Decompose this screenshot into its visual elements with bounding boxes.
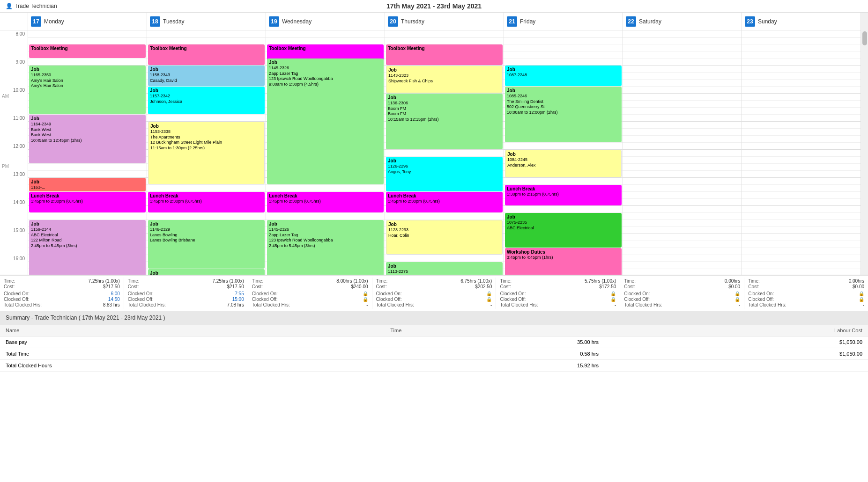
event-subtitle: 1113-2275	[388, 269, 501, 275]
calendar-event[interactable]: Job1113-2275ABC HVAC141 Richmond Road Ca…	[386, 262, 503, 275]
time-label	[0, 206, 28, 213]
day-header-wednesday: 19Wednesday	[266, 13, 385, 30]
col-time: Time	[385, 325, 604, 336]
calendar-event[interactable]: Job1126-2296Angus, Tony	[386, 157, 503, 191]
calendar-event[interactable]: Job1123-2293Hoar, Colin	[386, 220, 503, 255]
time-label: 16:00	[0, 255, 28, 262]
grid-row	[742, 241, 861, 248]
grid-row	[385, 213, 504, 220]
event-subtitle: 1153-2338	[150, 129, 262, 135]
calendar-event[interactable]: Lunch Break1:45pm to 2:30pm (0.75hrs)	[386, 192, 503, 212]
calendar-event[interactable]: Job1145-2326Zapp Lazer Tag123 Ipswich Ro…	[267, 58, 384, 184]
summary-time: 15.92 hrs	[385, 360, 604, 372]
total-clocked: Total Clocked Hrs: -	[500, 302, 616, 307]
cost-value: $172.50	[599, 284, 616, 289]
stats-cost: Cost: $172.50	[500, 284, 616, 289]
day-grid	[623, 30, 742, 275]
calendar-event[interactable]: Lunch Break1:30pm to 2:15pm (0.75hrs)	[505, 185, 622, 205]
grid-row	[623, 66, 742, 73]
time-label	[0, 213, 28, 220]
event-subtitle: Amy's Hair Salon	[31, 78, 144, 84]
stats-cost: Cost: $240.00	[252, 284, 368, 289]
calendar-event[interactable]: Job1158-2343Casady, David	[148, 66, 265, 86]
stats-col-6: Time: 0.00hrs Cost: $0.00 Clocked On: 🔒 …	[744, 278, 868, 309]
grid-row	[266, 37, 385, 44]
time-label: 15:00	[0, 227, 28, 234]
clocked-off-value: 🔒	[486, 297, 492, 302]
calendar-event[interactable]: Workshop Duties3:45pm to 4:45pm (1hrs)	[505, 248, 622, 275]
calendar-event[interactable]: Job1085-2246The Smiling Dentist502 Queen…	[505, 87, 622, 142]
calendar-event[interactable]: Job1159-2344ABC Electrical122 Milton Roa…	[29, 220, 146, 275]
time-label	[0, 66, 28, 73]
grid-row	[742, 157, 861, 164]
total-clocked-value: 8.83 hrs	[103, 302, 120, 307]
summary-time: 35.00 hrs	[385, 336, 604, 348]
clocked-on-label: Clocked On:	[4, 291, 30, 296]
total-clocked: Total Clocked Hrs: 8.83 hrs	[4, 302, 120, 307]
event-subtitle: 3:45pm to 4:45pm (1hrs)	[507, 255, 620, 261]
event-subtitle: Shipwreck Fish & Chips	[388, 79, 500, 84]
calendar-event[interactable]: Job1165-2350Amy's Hair SalonAmy's Hair S…	[29, 66, 146, 114]
time-value: 7.25hrs (1.00x)	[89, 278, 120, 284]
calendar-event[interactable]: Job1157-2342Johnson, Jessica	[148, 87, 265, 114]
grid-row	[147, 213, 266, 220]
time-label	[0, 192, 28, 199]
stats-time: Time: 8.00hrs (1.00x)	[252, 278, 368, 284]
clocked-off: Clocked Off: 🔒	[252, 297, 368, 302]
clocked-off-label: Clocked Off:	[748, 297, 774, 302]
stats-time: Time: 7.25hrs (1.00x)	[128, 278, 244, 284]
calendar-event[interactable]: Job1143-2323Shipwreck Fish & Chips	[386, 66, 503, 93]
calendar-event[interactable]: Toolbox Meeting	[386, 44, 503, 65]
grid-row	[623, 199, 742, 206]
event-title: Job	[388, 263, 501, 269]
total-clocked-label: Total Clocked Hrs:	[748, 302, 786, 307]
calendar-event[interactable]: Lunch Break1:45pm to 2:30pm (0.75hrs)	[148, 192, 265, 212]
time-label: 13:00	[0, 171, 28, 178]
day-header-tuesday: 18Tuesday	[147, 13, 266, 30]
total-clocked-label: Total Clocked Hrs:	[376, 302, 414, 307]
calendar-event[interactable]: Lunch Break1:45pm to 2:30pm (0.75hrs)	[267, 192, 384, 212]
clocked-on-value: 7:55	[235, 291, 244, 296]
total-clocked-label: Total Clocked Hrs:	[128, 302, 166, 307]
calendar-event[interactable]: Job1087-2248	[505, 66, 622, 86]
grid-row	[742, 227, 861, 234]
calendar-event[interactable]: Job1163-...	[29, 178, 146, 191]
time-value: 6.75hrs (1.00x)	[460, 278, 492, 284]
calendar-event[interactable]: Toolbox Meeting	[29, 44, 146, 58]
time-label	[0, 80, 28, 87]
grid-row	[147, 115, 266, 122]
clocked-off-label: Clocked Off:	[252, 297, 278, 302]
event-subtitle: 502 Queensberry St	[507, 104, 620, 110]
calendar-event[interactable]: Job1084-2245Anderson, Alex	[505, 150, 622, 177]
cost-label: Cost:	[4, 284, 15, 289]
calendar-event[interactable]: Job1164-2349Bank WestBank West10:45am to…	[29, 115, 146, 163]
scrollbar[interactable]	[861, 13, 868, 275]
scrollbar-thumb[interactable]	[862, 31, 867, 45]
calendar-event[interactable]: Toolbox Meeting	[148, 44, 265, 65]
calendar-event[interactable]: Lunch Break1:45pm to 2:30pm (0.75hrs)	[29, 192, 146, 212]
event-title: Job	[269, 59, 382, 66]
day-grid: Toolbox MeetingJob1145-2326Zapp Lazer Ta…	[266, 30, 385, 275]
summary-row: Total Clocked Hours 15.92 hrs	[0, 360, 868, 372]
calendar-event[interactable]: Job1075-2235ABC Electrical	[505, 213, 622, 248]
week-title: 17th May 2021 - 23rd May 2021	[386, 2, 482, 10]
event-title: Job	[388, 67, 500, 73]
calendar-event[interactable]: Job1146-2329Lanes BowlingLanes Bowling B…	[148, 220, 265, 269]
clocked-on: Clocked On: 🔒	[748, 291, 864, 296]
calendar-event[interactable]: Job1136-2306Boom FMBoom FM10:15am to 12:…	[386, 94, 503, 149]
grid-row	[742, 37, 861, 44]
event-subtitle: 1085-2246	[507, 94, 620, 99]
calendar-event[interactable]: Job1145-2326Zapp Lazer Tag123 Ipswich Ro…	[148, 269, 265, 275]
time-value: 8.00hrs (1.00x)	[336, 278, 368, 284]
time-label	[0, 178, 28, 185]
clocked-off-label: Clocked Off:	[4, 297, 30, 302]
event-subtitle: ABC Electrical	[31, 233, 144, 238]
total-clocked-label: Total Clocked Hrs:	[4, 302, 42, 307]
grid-row	[742, 122, 861, 129]
time-slots: 8:009:0010:0011:0012:0013:0014:0015:0016…	[0, 30, 28, 275]
calendar-event[interactable]: Job1153-2338The Apartments12 Buckingham …	[148, 122, 265, 184]
total-clocked-value: -	[366, 302, 368, 307]
calendar-event[interactable]: Job1145-2326Zapp Lazer Tag123 Ipswich Ro…	[267, 220, 384, 275]
day-col-friday: 21FridayJob1087-2248Job1085-2246The Smil…	[504, 13, 623, 275]
event-title: Toolbox Meeting	[31, 45, 144, 51]
